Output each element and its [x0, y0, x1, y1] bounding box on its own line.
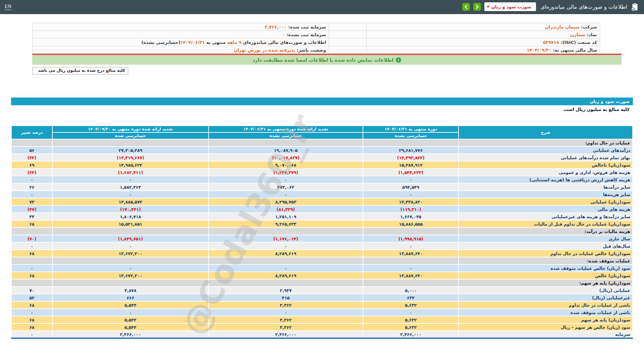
chevron-left-icon [464, 5, 468, 9]
row-label: سرمایه [459, 331, 633, 338]
section-row: سود(زیان) پایه هر سهم: [11, 279, 633, 287]
row-value: ۰ [11, 242, 52, 250]
info-label: (حسابرسی نشده) [141, 40, 180, 45]
row-value: ۵,۶۳۲ [363, 316, 459, 323]
col-subheader-unaudited-2: حسابرسی نشده [209, 132, 363, 139]
info-label: منتهی به [205, 40, 227, 45]
company-info-row: سال مالی منتهی به: ۱۴۰۴/۰۹/۳۰وضعیت ناشر:… [33, 46, 600, 54]
row-value: ۳,۳۶۲ [209, 323, 363, 331]
col-header-description: شرح [459, 126, 633, 139]
prev-statement-button[interactable] [462, 3, 470, 11]
row-value: ۵,۶۳۲ [363, 323, 459, 331]
row-value: (۴۷) [11, 205, 52, 213]
row-label: عملیاتی (ریال) [459, 287, 633, 294]
row-value: ۰ [11, 176, 52, 183]
company-info-spacer [329, 39, 367, 46]
row-value: ۳,۳۶۲ [209, 301, 363, 309]
signature-match-text: اطلاعات نمایش داده شده با اطلاعات امضا ش… [253, 57, 393, 63]
row-value: ۰ [52, 176, 209, 183]
col-header-restated-annual: تجدید ارائه شده دوره منتهی به ۱۴۰۳/۰۹/۳۰ [52, 126, 209, 132]
row-value [363, 257, 459, 264]
statement-type-dropdown[interactable]: صورت سود و زیان ▼ [484, 2, 536, 11]
row-label: عملیات در حال تداوم: [459, 139, 633, 146]
million-rial-note: کلیه مبالغ درج شده به میلیون ریال می باش… [32, 67, 128, 74]
info-value: ۱۴۰۴/۰۹/۳۰ [527, 48, 551, 53]
row-value: (۷۰) [11, 235, 52, 242]
company-info-cell: سرمایه ثبت نشده: ۰ [33, 31, 329, 39]
row-value [52, 228, 209, 235]
company-info-spacer [329, 46, 367, 54]
row-value: ۱,۶۶۷,۰۴۵ [363, 213, 459, 220]
row-value [363, 279, 459, 287]
row-value: ۵,۰۰۰ [363, 287, 459, 294]
row-value: ۰ [52, 264, 209, 272]
section-row: هزینه مالیات بر درآمد: [11, 228, 633, 235]
row-value: ۸,۲۹۵,۷۵۳ [209, 198, 363, 205]
info-label: اطلاعات و صورت‌های مالی میاندوره‌ای [241, 40, 326, 45]
row-value: ۵,۵۴۴ [52, 301, 209, 309]
table-row: عملیاتی (ریال)۵,۰۰۰۲,۹۴۷۴,۸۷۸۷۰ [11, 287, 633, 294]
col-subheader-unaudited-1: حسابرسی نشده [363, 132, 459, 139]
row-value: (۱,۵۴۳,۶۴۳) [363, 169, 459, 176]
table-row: سود(زیان) عملیات در حال تداوم قبل از مال… [11, 220, 633, 228]
row-value: ۰ [209, 264, 363, 272]
row-value: ۲,۴۶۶,۰۰۰ [52, 331, 209, 338]
statement-table-wrap: شرح دوره منتهی به ۱۴۰۴/۰۶/۳۱ تجدید ارائه… [11, 125, 633, 339]
info-label: سرمایه ثبت نشده: [285, 32, 326, 37]
table-row: ناشی از عملیات متوقف شده۰۰۰۰ [11, 309, 633, 316]
row-value: (۱۰,۰۱۷,۸۳۷) [209, 154, 363, 161]
row-label: عملیات متوقف شده: [459, 257, 633, 264]
table-row: درآمدهای عملیاتی۲۹,۶۸۱,۷۷۶۱۹,۰۸۷,۹۰۵۲۷,۳… [11, 146, 633, 154]
row-value: ۱۳,۶۷۲,۲۰۰ [52, 250, 209, 257]
table-row: غیرعملیاتی (ریال)۶۳۲۴۱۵۶۶۶۵۲ [11, 294, 633, 301]
company-info-cell: کد صنعت (ISIC): ۵۳۹۴۱۸ [367, 39, 600, 46]
row-value: (۲۴) [11, 169, 52, 176]
row-value: ۰ [11, 331, 52, 338]
table-row: سود(زیان) ناخالص۱۵,۲۸۷,۹۱۴۹,۰۷۰,۰۶۸۱۳,۹۸… [11, 161, 633, 169]
row-value [11, 257, 52, 264]
info-label: وضعیت ناشر: [295, 48, 326, 53]
row-value [209, 139, 363, 146]
row-value: (۱,۱۷۶,۰۱۴) [209, 235, 363, 242]
row-value: ۱۵,۵۲۱,۸۵۱ [52, 220, 209, 228]
row-value: ۰ [11, 264, 52, 272]
table-row: سال‌های قبل۰۰۰۰ [11, 242, 633, 250]
info-value: ۱۴۰۴/۰۶/۳۱ [180, 40, 205, 45]
row-value: ۱۵,۲۸۷,۹۱۴ [363, 161, 459, 169]
col-header-current-period: دوره منتهی به ۱۴۰۴/۰۶/۳۱ [363, 126, 459, 132]
table-row: هزینه های مالی(۱۱۹,۳۱۰)(۸۱,۲۲۹)(۱۷۰,۴۴۱)… [11, 205, 633, 213]
table-row: سایر هزینه‌ها۰۰۰۰ [11, 191, 633, 198]
info-value: ۹ ماهه [227, 40, 241, 45]
row-label: سود(زیان) خالص عملیات در حال تداوم [459, 250, 633, 257]
table-row: هزینه کاهش ارزش دریافتنی ها (هزینه استثن… [11, 176, 633, 183]
row-value: ۰ [363, 176, 459, 183]
row-value: ۵۶ [11, 146, 52, 154]
next-statement-button[interactable] [473, 3, 481, 11]
chevron-down-icon: ▼ [487, 5, 489, 8]
row-value: ۰ [209, 176, 363, 183]
row-value: ۰ [11, 309, 52, 316]
row-label: سود (زیان) خالص هر سهم – ریال [459, 323, 633, 331]
statement-subtitle: کلیه مبالغ به میلیون ریال است [11, 105, 633, 114]
row-value: ۶۸ [11, 220, 52, 228]
page-title: اطلاعات و صورت‌های مالی میاندوره‌ای [541, 4, 627, 10]
row-value: (۴۴) [11, 154, 52, 161]
row-value: (۱۱۹,۳۱۰) [363, 205, 459, 213]
row-value [11, 139, 52, 146]
row-value: ۱۳,۶۷۲,۲۰۰ [52, 272, 209, 279]
row-value: ۲۷,۳۰۵,۲۸۹ [52, 146, 209, 154]
company-info-cell: اطلاعات و صورت‌های مالی میاندوره‌ای ۹ ما… [33, 39, 329, 46]
row-label: ناشی از عملیات در حال تداوم [459, 301, 633, 309]
table-row: سال جاری(۱,۹۹۸,۹۱۵)(۱,۱۷۶,۰۱۴)(۱,۸۴۹,۶۵۱… [11, 235, 633, 242]
topbar: اطلاعات و صورت‌های مالی میاندوره‌ای صورت… [0, 0, 644, 14]
info-value: سیمان مازندران [545, 24, 580, 29]
row-value: ۰ [363, 264, 459, 272]
language-toggle-en[interactable]: EN [5, 4, 11, 10]
row-value: ۶۸ [11, 323, 52, 331]
info-label: سرمایه ثبت شده: [287, 24, 326, 29]
row-label: سال‌های قبل [459, 242, 633, 250]
row-label: سایر درآمدها [459, 183, 633, 191]
table-row: ناشی از عملیات در حال تداوم۵,۶۳۲۳,۳۶۲۵,۵… [11, 301, 633, 309]
row-value: ۰ [52, 242, 209, 250]
statement-title-bar: صورت سود و زیان [11, 98, 633, 105]
